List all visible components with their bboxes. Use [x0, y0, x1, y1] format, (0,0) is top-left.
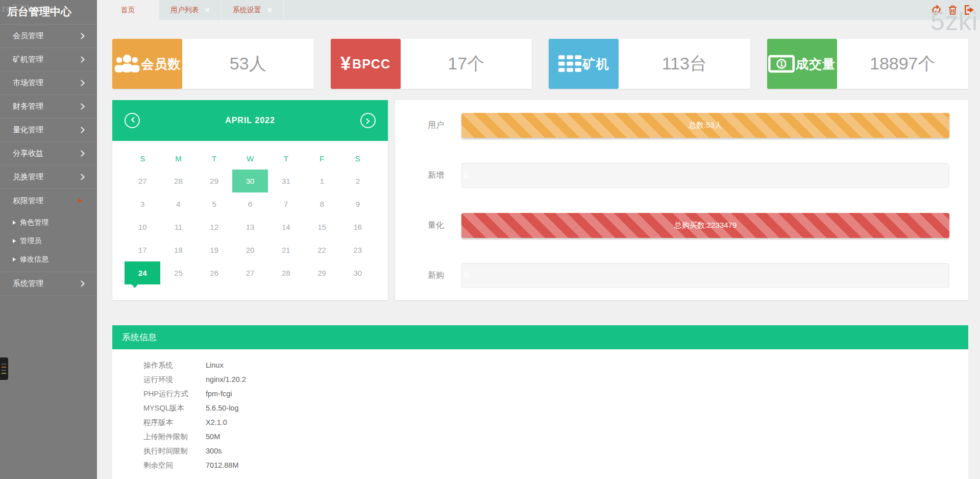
chevron-right-icon — [78, 280, 85, 287]
table-row: MYSQL版本 5.6.50-log — [143, 401, 968, 415]
calendar-day[interactable]: 18 — [160, 238, 196, 261]
calendar-day[interactable]: 27 — [125, 170, 160, 193]
stat-label: 会员数 — [141, 56, 181, 73]
tab-home[interactable]: 首页 — [97, 0, 159, 20]
sidebar-item-members[interactable]: 会员管理 — [0, 25, 97, 48]
bar-label: 新购 — [428, 270, 461, 281]
calendar-day[interactable]: 22 — [304, 238, 339, 261]
calendar-weekdays: S M T W T F S — [125, 147, 376, 170]
calendar-day-selected[interactable]: 24 — [125, 261, 160, 284]
calendar-day[interactable]: 6 — [232, 193, 268, 215]
sidebar-item-finance[interactable]: 财务管理 — [0, 95, 97, 118]
close-icon[interactable]: × — [267, 6, 272, 14]
calendar-day[interactable]: 27 — [232, 261, 268, 284]
calendar-next-button[interactable] — [360, 113, 376, 128]
calendar-day[interactable]: 13 — [232, 215, 268, 238]
sidebar-item-label: 财务管理 — [13, 102, 43, 111]
sidebar-item-market[interactable]: 市场管理 — [0, 71, 97, 95]
bar-label: 用户 — [428, 120, 461, 131]
sidebar-subitem-label: 角色管理 — [20, 218, 48, 227]
calendar-day[interactable]: 17 — [125, 238, 160, 261]
close-icon[interactable]: × — [205, 6, 210, 14]
logout-icon[interactable] — [963, 4, 975, 16]
calendar-day[interactable]: 15 — [304, 215, 339, 238]
sidebar-item-label: 权限管理 — [13, 196, 43, 206]
calendar-day[interactable]: 11 — [160, 215, 196, 238]
topbar-actions — [930, 0, 975, 20]
stat-value: 18897个 — [837, 39, 969, 89]
bar-label: 量化 — [428, 220, 461, 231]
calendar-day[interactable]: 14 — [268, 215, 304, 238]
sidebar-subitem-edit-info[interactable]: 修改信息 — [0, 250, 97, 269]
calendar-day[interactable]: 23 — [340, 238, 376, 261]
progress-bar-new-users: 新增 — [461, 163, 949, 188]
trash-icon[interactable] — [947, 5, 958, 15]
chevron-right-icon — [78, 56, 85, 63]
calendar-day[interactable]: 12 — [197, 215, 232, 238]
info-label: 上传附件限制 — [143, 432, 206, 442]
sidebar-subitem-admins[interactable]: 管理员 — [0, 232, 97, 250]
calendar-day[interactable]: 28 — [160, 170, 196, 193]
info-value: 7012.88M — [206, 461, 239, 469]
money-bill-icon: 1 成交量 — [767, 39, 837, 89]
table-row: 上传附件限制 50M — [143, 429, 968, 444]
progress-fill: 总数:53人 — [461, 113, 949, 138]
calendar-day[interactable]: 29 — [304, 261, 339, 284]
calendar-day[interactable]: 8 — [304, 193, 339, 215]
calendar-day[interactable]: 1 — [304, 170, 339, 193]
calendar-prev-button[interactable] — [125, 113, 140, 128]
svg-text:1: 1 — [779, 60, 783, 68]
triangle-bullet-icon — [13, 257, 16, 261]
calendar-day-highlighted[interactable]: 30 — [232, 170, 268, 193]
weekday-label: M — [160, 154, 196, 163]
calendar-day[interactable]: 4 — [160, 193, 196, 215]
sidebar-item-exchange[interactable]: 兑换管理 — [0, 165, 97, 189]
sidebar-subitem-roles[interactable]: 角色管理 — [0, 213, 97, 232]
chevron-right-icon — [78, 150, 85, 157]
calendar-month-label: APRIL 2022 — [225, 116, 275, 125]
calendar-day[interactable]: 26 — [197, 261, 232, 284]
calendar-day[interactable]: 3 — [125, 193, 160, 215]
currency-yen-icon: ¥ BPCC — [331, 39, 401, 89]
sidebar-subitem-label: 修改信息 — [20, 255, 48, 264]
calendar-day[interactable]: 10 — [125, 215, 160, 238]
info-value: 50M — [206, 433, 220, 441]
calendar-day[interactable]: 5 — [197, 193, 232, 215]
calendar-week: 17 18 19 20 21 22 23 — [125, 238, 376, 261]
info-value: nginx/1.20.2 — [206, 375, 246, 384]
refresh-icon[interactable] — [930, 4, 942, 16]
overview-panel: 用户 总数:53人 新增 新增 量化 总购买数:2 — [395, 100, 968, 300]
overview-row-new-users: 新增 新增 — [428, 150, 949, 200]
info-value: 300s — [206, 447, 222, 455]
table-row: 执行时间限制 300s — [143, 444, 968, 458]
calendar-day[interactable]: 29 — [197, 170, 232, 193]
sidebar-item-quant[interactable]: 量化管理 — [0, 118, 97, 142]
yen-symbol: ¥ — [340, 53, 351, 75]
tab-user-list[interactable]: 用户列表 × — [159, 0, 222, 20]
calendar-day[interactable]: 30 — [340, 261, 376, 284]
calendar-day[interactable]: 19 — [197, 238, 232, 261]
calendar-day[interactable]: 25 — [160, 261, 196, 284]
progress-fill: 总购买数:2233479 — [461, 213, 949, 238]
calendar-day[interactable]: 7 — [268, 193, 304, 215]
calendar-day[interactable]: 31 — [268, 170, 304, 193]
sidebar-item-miners[interactable]: 矿机管理 — [0, 48, 97, 71]
calendar-day[interactable]: 20 — [232, 238, 268, 261]
system-info-title: 系统信息 — [112, 325, 968, 349]
calendar: APRIL 2022 S M T W T F S — [112, 100, 388, 300]
sidebar-item-system[interactable]: 系统管理 — [0, 272, 97, 296]
calendar-day[interactable]: 28 — [268, 261, 304, 284]
trace-toggle[interactable] — [0, 357, 8, 380]
weekday-label: F — [304, 154, 339, 163]
sidebar-item-permissions[interactable]: 权限管理 — [0, 189, 97, 212]
sidebar-item-share-profit[interactable]: 分享收益 — [0, 142, 97, 165]
tabbar: 首页 用户列表 × 系统设置 × — [97, 0, 980, 20]
tab-system-settings[interactable]: 系统设置 × — [222, 0, 284, 20]
info-value: 5.6.50-log — [206, 404, 239, 412]
calendar-day[interactable]: 2 — [340, 170, 376, 193]
trace-line — [2, 364, 6, 365]
stat-cards-row: 会员数 53人 ¥ BPCC 17个 — [112, 39, 968, 89]
calendar-day[interactable]: 9 — [340, 193, 376, 215]
calendar-day[interactable]: 21 — [268, 238, 304, 261]
calendar-day[interactable]: 16 — [340, 215, 376, 238]
